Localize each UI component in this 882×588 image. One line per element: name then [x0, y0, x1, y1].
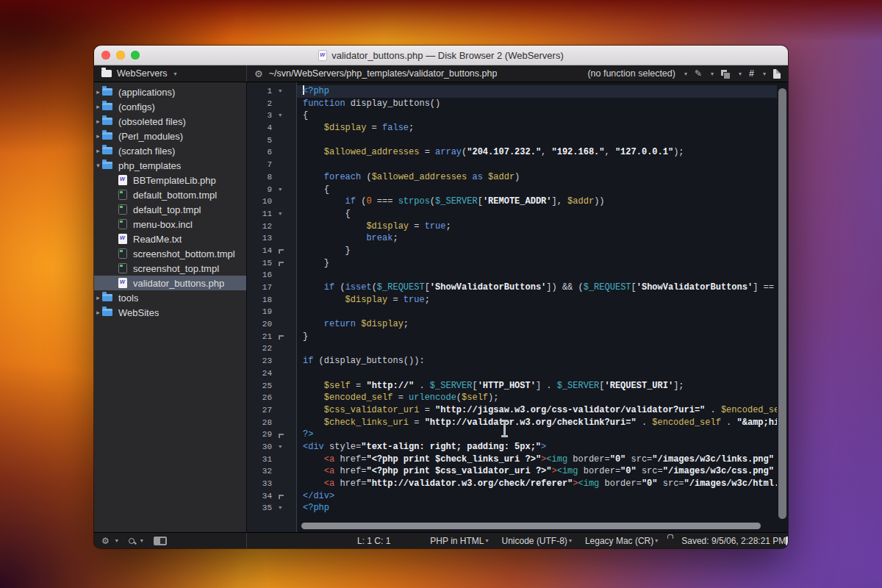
code-text[interactable]: if (display_buttons()): [297, 355, 777, 368]
code-line[interactable]: 18 $display = true; [247, 294, 777, 306]
code-text[interactable]: if (0 === strpos($_SERVER['REMOTE_ADDR']… [297, 196, 777, 208]
sidebar-item-file[interactable]: menu-box.incl [94, 217, 246, 232]
code-line[interactable]: 8 foreach ($allowed_addresses as $addr) [247, 171, 777, 184]
code-text[interactable]: $display = true; [297, 294, 777, 306]
code-line[interactable]: 28 $check_links_uri = "http://validator.… [247, 417, 777, 429]
code-text[interactable]: } [297, 245, 777, 257]
sidebar-item-file[interactable]: validator_buttons.php [94, 276, 246, 290]
code-text-area[interactable]: 1▼<?php2function display_buttons()3▼{4 $… [247, 85, 777, 514]
code-text[interactable]: <?php [297, 502, 777, 514]
horizontal-scrollbar[interactable] [300, 522, 773, 530]
code-text[interactable]: { [297, 208, 777, 220]
fold-marker[interactable]: ▼ [275, 502, 297, 514]
code-text[interactable]: { [297, 110, 777, 122]
code-line[interactable]: 17 if (isset($_REQUEST['ShowValidatorBut… [247, 282, 777, 294]
chevron-down-icon[interactable]: ▾ [569, 537, 572, 544]
code-text[interactable]: <a href="http://validator.w3.org/check/r… [297, 478, 777, 490]
sidebar-item-file[interactable]: BBTemplateLib.php [94, 173, 246, 187]
code-line[interactable]: 15 } [247, 257, 777, 270]
code-line[interactable]: 25 $self = "http://" . $_SERVER['HTTP_HO… [247, 380, 777, 392]
code-text[interactable]: ?> [297, 429, 777, 441]
close-button[interactable] [101, 51, 110, 60]
sidebar-item-folder[interactable]: ▸(obsoleted files) [94, 114, 246, 129]
code-line[interactable]: 21} [247, 331, 777, 343]
sidebar-item-folder[interactable]: ▸(Perl_modules) [94, 129, 246, 143]
code-line[interactable]: 24 [247, 368, 777, 380]
disclosure-triangle[interactable]: ▸ [94, 132, 102, 140]
sidebar-item-folder[interactable]: ▸tools [94, 290, 246, 305]
code-line[interactable]: 7 [247, 159, 777, 171]
code-text[interactable]: <a href="<?php print $check_links_uri ?>… [297, 453, 777, 466]
code-line[interactable]: 19 [247, 306, 777, 318]
code-text[interactable]: if (isset($_REQUEST['ShowValidatorButton… [297, 282, 777, 294]
minimize-button[interactable] [116, 51, 125, 60]
fold-marker[interactable]: ▼ [275, 184, 297, 196]
code-text[interactable]: $display = true; [297, 220, 777, 233]
code-text[interactable]: $encoded_self = urlencode($self); [297, 392, 777, 404]
code-line[interactable]: 32 <a href="<?php print $css_validator_u… [247, 465, 777, 478]
disclosure-triangle[interactable]: ▸ [94, 88, 102, 96]
search-icon[interactable] [129, 538, 135, 544]
document-icon[interactable] [786, 537, 788, 545]
code-text[interactable]: return $display; [297, 318, 777, 331]
code-text[interactable]: $self = "http://" . $_SERVER['HTTP_HOST'… [297, 380, 777, 392]
pencil-icon[interactable]: ✎ [695, 68, 702, 79]
gear-icon[interactable]: ⚙ [254, 68, 263, 79]
encoding-menu[interactable]: Unicode (UTF-8) [502, 536, 567, 546]
horizontal-scrollbar-thumb[interactable] [301, 523, 761, 529]
code-line[interactable]: 10 if (0 === strpos($_SERVER['REMOTE_ADD… [247, 196, 777, 208]
code-line[interactable]: 13 break; [247, 232, 777, 245]
chevron-down-icon[interactable]: ▾ [763, 71, 766, 77]
code-text[interactable] [297, 135, 777, 147]
sidebar-item-folder[interactable]: ▸(applications) [94, 85, 246, 99]
code-line[interactable]: 34</div> [247, 490, 777, 503]
code-line[interactable]: 31 <a href="<?php print $check_links_uri… [247, 453, 777, 466]
documents-icon[interactable] [721, 70, 730, 78]
document-icon[interactable] [773, 69, 781, 79]
sidebar-item-folder[interactable]: ▸WebSites [94, 305, 246, 320]
chevron-down-icon[interactable]: ▾ [140, 537, 143, 544]
code-line[interactable]: 9▼ { [247, 184, 777, 196]
code-text[interactable]: </div> [297, 490, 777, 503]
code-text[interactable]: foreach ($allowed_addresses as $addr) [297, 171, 777, 184]
code-text[interactable]: <a href="<?php print $css_validator_uri … [297, 465, 777, 478]
code-text[interactable]: { [297, 184, 777, 196]
code-text[interactable] [297, 343, 777, 355]
disclosure-triangle[interactable]: ▸ [94, 118, 102, 125]
code-line[interactable]: 2function display_buttons() [247, 98, 777, 110]
code-editor[interactable]: 1▼<?php2function display_buttons()3▼{4 $… [247, 82, 788, 532]
code-text[interactable] [297, 159, 777, 171]
code-line[interactable]: 26 $encoded_self = urlencode($self); [247, 392, 777, 404]
chevron-down-icon[interactable]: ▾ [655, 537, 658, 544]
fold-marker[interactable]: ▼ [275, 208, 297, 220]
chevron-down-icon[interactable]: ▾ [115, 537, 118, 544]
sidebar-item-file[interactable]: ReadMe.txt [94, 232, 246, 246]
code-line[interactable]: 4 $display = false; [247, 122, 777, 135]
code-line[interactable]: 33 <a href="http://validator.w3.org/chec… [247, 478, 777, 490]
chevron-down-icon[interactable]: ▾ [739, 71, 742, 77]
sidebar-item-file[interactable]: screenshot_bottom.tmpl [94, 246, 246, 261]
code-line[interactable]: 16 [247, 269, 777, 282]
fold-marker[interactable]: ▼ [275, 110, 297, 122]
fold-marker[interactable]: ▼ [275, 441, 297, 453]
fold-marker[interactable]: ▼ [275, 85, 297, 98]
code-line[interactable]: 14 } [247, 245, 777, 257]
code-text[interactable] [297, 368, 777, 380]
language-menu[interactable]: PHP in HTML [430, 536, 484, 546]
code-line[interactable]: 1▼<?php [247, 85, 777, 98]
code-text[interactable]: function display_buttons() [297, 98, 777, 110]
code-text[interactable]: $check_links_uri = "http://validator.w3.… [297, 417, 777, 429]
code-line[interactable]: 35▼<?php [247, 502, 777, 514]
code-text[interactable]: $display = false; [297, 122, 777, 135]
disclosure-triangle[interactable]: ▾ [94, 162, 102, 169]
gear-icon[interactable]: ⚙ [101, 536, 110, 546]
chevron-down-icon[interactable]: ▾ [174, 71, 177, 77]
disclosure-triangle[interactable]: ▸ [94, 309, 102, 316]
code-text[interactable] [297, 306, 777, 318]
code-text[interactable]: } [297, 331, 777, 343]
line-endings-menu[interactable]: Legacy Mac (CR) [585, 536, 653, 546]
toggle-sidebar-icon[interactable] [154, 537, 167, 545]
zoom-button[interactable] [131, 51, 140, 60]
sidebar-item-folder[interactable]: ▸(configs) [94, 99, 246, 114]
hash-icon[interactable]: # [749, 68, 754, 79]
